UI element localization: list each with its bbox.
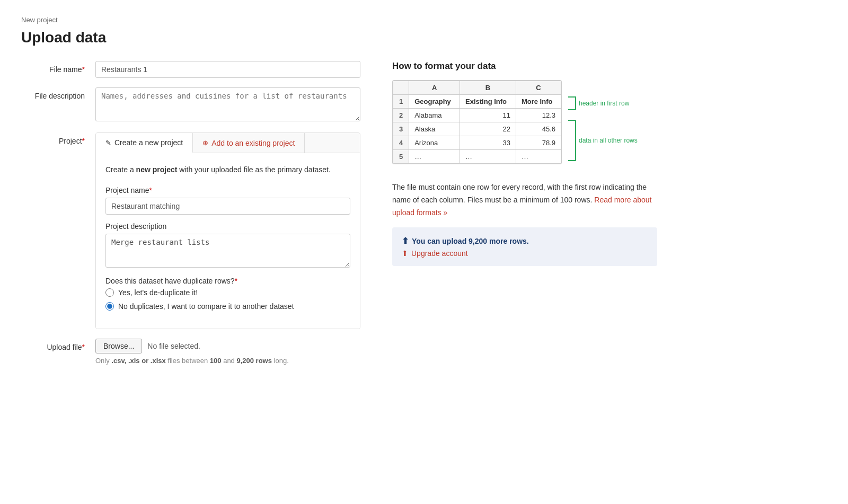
table-row: 5 … … … (393, 150, 561, 164)
cell-more-info: More Info (516, 95, 561, 109)
page-title: Upload data (21, 29, 827, 46)
tab-new-project-label: Create a new project (114, 138, 183, 147)
no-file-text: No file selected. (147, 339, 200, 350)
radio-no-input[interactable] (105, 302, 114, 311)
bracket-top-svg (567, 96, 577, 111)
project-label: Project* (21, 132, 95, 145)
cell-arizona: Arizona (409, 136, 460, 150)
cell-ellipsis-1: … (409, 150, 460, 164)
project-name-row: Project name* (105, 186, 350, 215)
annotation-data-text: data in all other rows (579, 137, 638, 144)
rows-up-icon: ⬆ (402, 236, 409, 246)
cell-existing-info: Existing Info (460, 95, 516, 109)
upload-file-wrap: Browse... No file selected. Only .csv, .… (95, 339, 360, 365)
rows-available-text: You can upload 9,200 more rows. (412, 237, 529, 245)
cell-alabama: Alabama (409, 109, 460, 122)
project-desc-label: Project description (105, 222, 350, 231)
bracket-bottom-svg (567, 119, 577, 162)
project-desc-row: Project description Merge restaurant lis… (105, 222, 350, 269)
upload-hint: Only .csv, .xls or .xlsx files between 1… (95, 357, 360, 365)
preview-table-wrapper: A B C 1 Geography Existing Info More Inf… (392, 80, 562, 164)
file-name-row: File name* (21, 61, 360, 78)
project-tabs-container: ✎ Create a new project ⊕ Add to an exist… (95, 132, 360, 329)
file-description-wrap (95, 87, 360, 123)
project-name-input[interactable] (105, 198, 350, 215)
project-tabs: ✎ Create a new project ⊕ Add to an exist… (96, 133, 360, 153)
file-description-input[interactable] (95, 87, 360, 121)
browse-button[interactable]: Browse... (95, 339, 142, 353)
radio-no-item[interactable]: No duplicates, I want to compare it to a… (105, 302, 350, 311)
upload-file-row: Upload file* Browse... No file selected.… (21, 339, 360, 365)
col-header-c: C (516, 81, 561, 95)
cell-12-3: 12.3 (516, 109, 561, 122)
row-num-1: 1 (393, 95, 409, 109)
upgrade-text: Upgrade account (411, 249, 468, 258)
file-name-wrap (95, 61, 360, 78)
project-row: Project* ✎ Create a new project ⊕ Add to… (21, 132, 360, 329)
format-title: How to format your data (392, 61, 657, 72)
breadcrumb: New project (21, 16, 827, 24)
upload-file-label: Upload file* (21, 339, 95, 351)
duplicate-row: Does this dataset have duplicate rows?* … (105, 277, 350, 311)
row-num-4: 4 (393, 136, 409, 150)
row-num-2: 2 (393, 109, 409, 122)
radio-yes-input[interactable] (105, 288, 114, 297)
radio-no-label: No duplicates, I want to compare it to a… (118, 302, 294, 311)
file-description-label: File description (21, 87, 95, 100)
upload-row: Browse... No file selected. (95, 339, 360, 353)
table-row: 3 Alaska 22 45.6 (393, 122, 561, 136)
annotation-header-text: header in first row (579, 100, 629, 107)
annotations: header in first row data in all other ro… (562, 80, 638, 162)
file-name-label: File name* (21, 61, 95, 74)
right-panel: How to format your data A B C (392, 61, 657, 266)
radio-group: Yes, let's de-duplicate it! No duplicate… (105, 288, 350, 311)
file-name-input[interactable] (95, 61, 360, 78)
cell-alaska: Alaska (409, 122, 460, 136)
upload-info-box: ⬆ You can upload 9,200 more rows. ⬆ Upgr… (392, 227, 657, 266)
upgrade-link[interactable]: ⬆ Upgrade account (402, 249, 648, 258)
tab-add-existing[interactable]: ⊕ Add to an existing project (193, 133, 305, 153)
project-desc-input[interactable]: Merge restaurant lists (105, 234, 350, 268)
preview-table: A B C 1 Geography Existing Info More Inf… (393, 81, 561, 164)
tab-add-existing-label: Add to an existing project (211, 139, 295, 147)
cell-11: 11 (460, 109, 516, 122)
cell-22: 22 (460, 122, 516, 136)
tab-new-project[interactable]: ✎ Create a new project (96, 133, 193, 153)
project-name-label: Project name* (105, 186, 350, 194)
file-description-row: File description (21, 87, 360, 123)
table-row: 1 Geography Existing Info More Info (393, 95, 561, 109)
project-tab-description: Create a new project with your uploaded … (105, 164, 350, 175)
left-panel: File name* File description Project* (21, 61, 360, 374)
project-wrap: ✎ Create a new project ⊕ Add to an exist… (95, 132, 360, 329)
col-header-a: A (409, 81, 460, 95)
table-annotation-area: A B C 1 Geography Existing Info More Inf… (392, 80, 657, 173)
radio-yes-item[interactable]: Yes, let's de-duplicate it! (105, 288, 350, 297)
col-header-b: B (460, 81, 516, 95)
table-row: 4 Arizona 33 78.9 (393, 136, 561, 150)
duplicate-label: Does this dataset have duplicate rows?* (105, 277, 350, 285)
cell-geography: Geography (409, 95, 460, 109)
edit-icon: ✎ (105, 139, 111, 147)
cell-ellipsis-2: … (460, 150, 516, 164)
format-description: The file must contain one row for every … (392, 181, 657, 219)
annotation-header: header in first row (567, 96, 638, 111)
radio-yes-label: Yes, let's de-duplicate it! (118, 288, 198, 297)
cell-45-6: 45.6 (516, 122, 561, 136)
plus-circle-icon: ⊕ (202, 139, 208, 147)
project-tab-content: Create a new project with your uploaded … (96, 153, 360, 329)
row-num-5: 5 (393, 150, 409, 164)
cell-ellipsis-3: … (516, 150, 561, 164)
cell-78-9: 78.9 (516, 136, 561, 150)
col-header-blank (393, 81, 409, 95)
cell-33: 33 (460, 136, 516, 150)
rows-available: ⬆ You can upload 9,200 more rows. (402, 236, 648, 246)
upgrade-icon: ⬆ (402, 249, 408, 258)
annotation-data: data in all other rows (567, 119, 638, 162)
row-num-3: 3 (393, 122, 409, 136)
table-row: 2 Alabama 11 12.3 (393, 109, 561, 122)
